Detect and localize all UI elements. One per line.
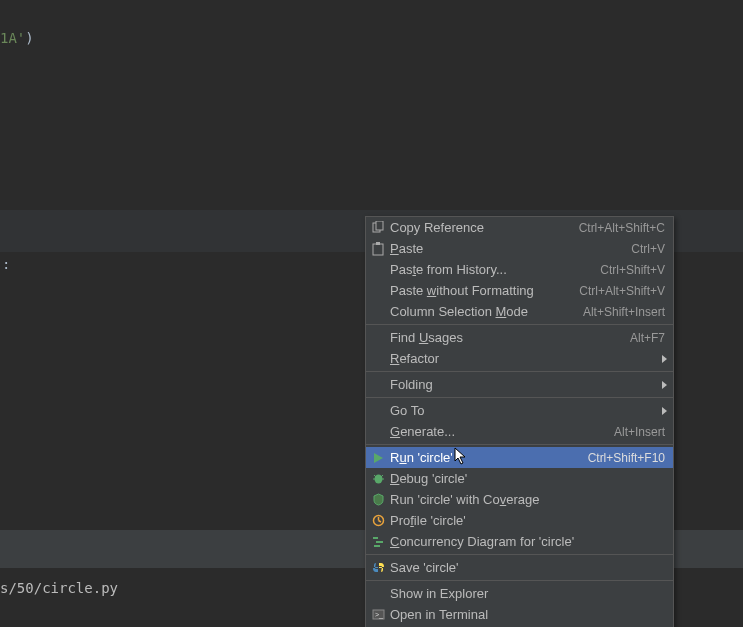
menu-shortcut: Ctrl+Shift+F10 [588, 451, 665, 465]
menu-column-mode[interactable]: Column Selection Mode Alt+Shift+Insert [366, 301, 673, 322]
chevron-right-icon [662, 407, 667, 415]
menu-shortcut: Alt+Insert [614, 425, 665, 439]
menu-separator [366, 580, 673, 581]
svg-rect-3 [376, 242, 380, 245]
svg-point-5 [374, 475, 382, 484]
svg-rect-2 [373, 244, 383, 255]
menu-label: Paste from History... [390, 262, 600, 277]
terminal-icon: >_ [370, 607, 386, 623]
context-menu: Copy Reference Ctrl+Alt+Shift+C Paste Ct… [365, 216, 674, 627]
menu-label: Paste without Formatting [390, 283, 579, 298]
svg-line-12 [378, 521, 381, 523]
menu-debug[interactable]: Debug 'circle' [366, 468, 673, 489]
menu-label: Profile 'circle' [390, 513, 665, 528]
menu-label: Paste [390, 241, 631, 256]
svg-rect-13 [373, 537, 378, 539]
copy-icon [370, 220, 386, 236]
menu-label: Column Selection Mode [390, 304, 583, 319]
menu-paste[interactable]: Paste Ctrl+V [366, 238, 673, 259]
chevron-right-icon [662, 381, 667, 389]
concurrency-icon [370, 534, 386, 550]
menu-shortcut: Alt+F7 [630, 331, 665, 345]
menu-coverage[interactable]: Run 'circle' with Coverage [366, 489, 673, 510]
menu-refactor[interactable]: Refactor [366, 348, 673, 369]
menu-label: Folding [390, 377, 665, 392]
menu-separator [366, 324, 673, 325]
code-editor[interactable]: 1A') [0, 0, 743, 210]
menu-separator [366, 554, 673, 555]
menu-label: Open in Terminal [390, 607, 665, 622]
menu-concurrency[interactable]: Concurrency Diagram for 'circle' [366, 531, 673, 552]
svg-line-9 [381, 475, 383, 477]
chevron-right-icon [662, 355, 667, 363]
svg-text:>_: >_ [375, 611, 383, 619]
menu-goto[interactable]: Go To [366, 400, 673, 421]
svg-rect-14 [376, 541, 383, 543]
menu-paste-plain[interactable]: Paste without Formatting Ctrl+Alt+Shift+… [366, 280, 673, 301]
menu-label: Find Usages [390, 330, 630, 345]
code-fragment: 1A') [0, 30, 34, 46]
menu-find-usages[interactable]: Find Usages Alt+F7 [366, 327, 673, 348]
menu-shortcut: Ctrl+Shift+V [600, 263, 665, 277]
menu-label: Debug 'circle' [390, 471, 665, 486]
svg-marker-4 [374, 453, 383, 463]
menu-shortcut: Alt+Shift+Insert [583, 305, 665, 319]
menu-label: Save 'circle' [390, 560, 665, 575]
menu-label: Concurrency Diagram for 'circle' [390, 534, 665, 549]
menu-shortcut: Ctrl+V [631, 242, 665, 256]
svg-rect-1 [376, 221, 383, 230]
menu-open-terminal[interactable]: >_ Open in Terminal [366, 604, 673, 625]
menu-label: Run 'circle' [390, 450, 588, 465]
menu-shortcut: Ctrl+Alt+Shift+C [579, 221, 665, 235]
menu-run[interactable]: Run 'circle' Ctrl+Shift+F10 [366, 447, 673, 468]
menu-profile[interactable]: Profile 'circle' [366, 510, 673, 531]
play-icon [370, 450, 386, 466]
menu-label: Go To [390, 403, 665, 418]
svg-line-8 [374, 475, 376, 477]
menu-folding[interactable]: Folding [366, 374, 673, 395]
menu-label: Show in Explorer [390, 586, 665, 601]
python-icon [370, 560, 386, 576]
paste-icon [370, 241, 386, 257]
menu-label: Run 'circle' with Coverage [390, 492, 665, 507]
menu-separator [366, 397, 673, 398]
menu-label: Generate... [390, 424, 614, 439]
menu-shortcut: Ctrl+Alt+Shift+V [579, 284, 665, 298]
menu-label: Refactor [390, 351, 665, 366]
menu-show-explorer[interactable]: Show in Explorer [366, 583, 673, 604]
menu-separator [366, 444, 673, 445]
menu-label: Copy Reference [390, 220, 579, 235]
console-path: s/50/circle.py [0, 580, 118, 596]
menu-copy-reference[interactable]: Copy Reference Ctrl+Alt+Shift+C [366, 217, 673, 238]
svg-rect-15 [374, 545, 380, 547]
bug-icon [370, 471, 386, 487]
colon-fragment: : [2, 256, 10, 272]
coverage-icon [370, 492, 386, 508]
profiler-icon [370, 513, 386, 529]
menu-generate[interactable]: Generate... Alt+Insert [366, 421, 673, 442]
menu-save[interactable]: Save 'circle' [366, 557, 673, 578]
menu-paste-history[interactable]: Paste from History... Ctrl+Shift+V [366, 259, 673, 280]
menu-separator [366, 371, 673, 372]
